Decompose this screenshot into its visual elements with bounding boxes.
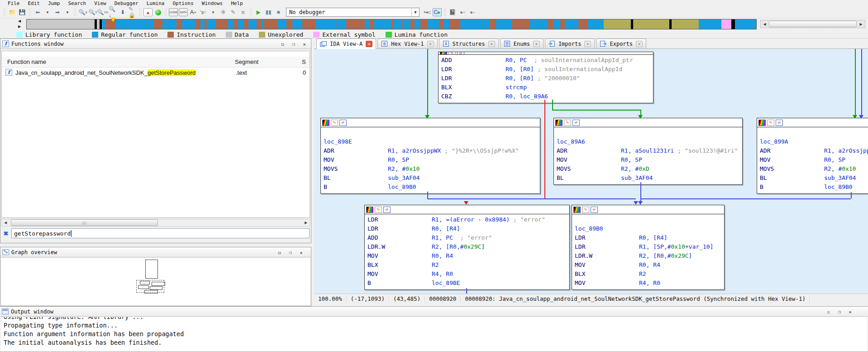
debugger-stop-icon[interactable]: ■ xyxy=(274,8,283,16)
node-edit-icon[interactable]: ✎ xyxy=(375,207,382,213)
search-text-icon[interactable]: 🔍T xyxy=(88,8,97,16)
forward-dropdown-icon[interactable]: ▼ xyxy=(63,8,72,16)
restore-window-icon[interactable]: ◻ xyxy=(276,249,283,256)
node-graph-icon[interactable]: ⇄ xyxy=(339,120,347,126)
menu-view[interactable]: View xyxy=(90,0,110,7)
tab-hex-view-1[interactable]: 0Hex View-1✕ xyxy=(377,39,437,48)
combo-dropdown-icon[interactable]: ▼ xyxy=(411,8,419,16)
navigation-band[interactable] xyxy=(26,19,757,29)
function-row[interactable]: f Java_cn_soulapp_android_net_SoulNetwor… xyxy=(2,68,310,77)
debugger-start-icon[interactable]: ▶ xyxy=(254,8,263,16)
toolbar-grip[interactable] xyxy=(29,8,31,16)
tab-close-icon[interactable]: ✕ xyxy=(533,41,540,47)
float-window-icon[interactable]: ❐ xyxy=(290,40,297,48)
scroll-left-icon[interactable]: ◀ xyxy=(2,219,9,226)
save-icon[interactable]: 💾 xyxy=(18,8,27,16)
string-dropdown-icon[interactable]: ▼ xyxy=(209,8,218,16)
signature-lock-icon[interactable]: ✎🔒 xyxy=(128,8,137,16)
node-edit-icon[interactable]: ✎ xyxy=(582,207,589,213)
tab-imports[interactable]: Imports✕ xyxy=(545,39,595,48)
navband-up-icon[interactable]: ◀ xyxy=(16,19,23,24)
tab-close-icon[interactable]: ✕ xyxy=(584,41,591,47)
output-window-titlebar[interactable]: Output window ▫ ❐ ✕ xyxy=(0,307,868,317)
open-file-icon[interactable]: 📁 xyxy=(8,8,17,16)
node-edit-icon[interactable]: ✎ xyxy=(331,120,338,126)
graph-node-loc_89A6[interactable]: ✎⇄ loc_89A6ADRR1, aSoul1231ri ; "soul123… xyxy=(553,118,743,185)
quick-run-c-icon[interactable]: C▶ xyxy=(433,8,442,16)
step-into-c-icon[interactable]: ↪C xyxy=(423,8,432,16)
patch-icon[interactable]: ❋ xyxy=(219,8,228,16)
output-log[interactable]: Using FLIRT signature: ARM library ...Pr… xyxy=(1,317,867,352)
node-titlebar[interactable]: ✎⇄ xyxy=(321,118,540,127)
float-window-icon[interactable]: ❐ xyxy=(286,249,294,256)
toolbar-grip[interactable] xyxy=(3,8,6,16)
navigate-back-icon[interactable]: ⬅ xyxy=(33,8,42,16)
restore-window-icon[interactable]: ◻ xyxy=(279,40,286,48)
make-code-icon[interactable]: CODE xyxy=(169,8,178,16)
menu-search[interactable]: Search xyxy=(64,0,91,7)
menu-edit[interactable]: Edit xyxy=(24,0,44,7)
toolbar-grip[interactable] xyxy=(74,8,76,16)
tab-exports[interactable]: Exports✕ xyxy=(596,39,646,48)
toolbar-grip[interactable] xyxy=(139,8,142,16)
make-string-icon[interactable]: 's+ xyxy=(199,8,208,16)
tab-enums[interactable]: Enums✕ xyxy=(500,39,544,48)
tab-close-icon[interactable]: ✕ xyxy=(636,41,643,47)
graph-overview-titlebar[interactable]: Graph overview ◻ ❐ ✕ xyxy=(0,247,311,257)
node-color-icon[interactable] xyxy=(758,120,766,126)
column-start[interactable]: S xyxy=(302,58,306,65)
node-titlebar[interactable]: ✎⇄ xyxy=(554,118,742,127)
node-color-icon[interactable] xyxy=(366,207,373,213)
graph-node-loc_899A[interactable]: ✎⇄ loc_899AADRR1, a2rOssjppWXMOVR0, SPMO… xyxy=(757,118,868,194)
menu-windows[interactable]: Windows xyxy=(198,0,227,7)
graph-node-loc_89B0[interactable]: ✎⇄ loc_89B0LDRR0, [R4]LDRR1, [SP,#0x10+v… xyxy=(572,205,725,290)
graph-node-top[interactable]: ✎⇄ADDR0, PC ; soulInternationalAppId_ptr… xyxy=(438,52,653,103)
back-dropdown-icon[interactable]: ▼ xyxy=(43,8,52,16)
navband-down-icon[interactable]: ▶ xyxy=(16,24,23,29)
close-window-icon[interactable]: ✕ xyxy=(300,40,308,48)
menu-help[interactable]: Help xyxy=(227,0,247,7)
jump-down-icon[interactable]: ⬇ xyxy=(118,8,127,16)
functions-window-titlebar[interactable]: f Functions window ◻ ❐ ✕ xyxy=(0,39,311,49)
close-window-icon[interactable]: ✕ xyxy=(297,249,305,256)
node-titlebar[interactable]: ✎⇄ xyxy=(757,118,868,127)
clear-filter-icon[interactable]: ✖ xyxy=(0,230,11,237)
functions-list-header[interactable]: Function name Segment S xyxy=(2,57,310,68)
function-filter-input[interactable]: getStorepassword xyxy=(11,228,310,238)
make-name-icon[interactable]: A+ xyxy=(189,8,198,16)
column-segment[interactable]: Segment xyxy=(235,58,258,65)
node-graph-icon[interactable]: ⇄ xyxy=(572,120,580,126)
make-data-icon[interactable]: DATA xyxy=(179,8,188,16)
disassembly-graph-canvas[interactable]: ✎⇄ADDR0, PC ; soulInternationalAppId_ptr… xyxy=(314,49,868,294)
graph-node-err[interactable]: ✎⇄LDRR1, =(aError - 0x8984) ; "error"LDR… xyxy=(364,205,570,290)
node-graph-icon[interactable]: ⇄ xyxy=(383,207,391,213)
node-color-icon[interactable] xyxy=(573,207,581,213)
navigate-forward-icon[interactable]: ➡ xyxy=(53,8,62,16)
scroll-right-icon[interactable]: ▶ xyxy=(302,219,310,226)
node-titlebar[interactable]: ✎⇄ xyxy=(572,205,724,214)
scrollbar-thumb[interactable] xyxy=(769,21,857,27)
undefine-icon[interactable]: ✕ xyxy=(238,8,248,16)
navband-scrollbar[interactable]: ◀ ▶ xyxy=(760,20,865,28)
add-breakpoint-icon[interactable]: ●+ xyxy=(458,8,467,16)
toolbar-grip[interactable] xyxy=(249,8,252,16)
menu-lumina[interactable]: Lumina xyxy=(143,0,169,7)
graph-node-loc_898E[interactable]: ✎⇄ loc_898EADRR1, a2rOssjppWX ; "}%2R+\\… xyxy=(320,118,540,194)
tab-close-icon[interactable]: ✕ xyxy=(427,41,434,47)
close-window-icon[interactable]: ✕ xyxy=(846,308,854,315)
scrollbar-thumb[interactable]: ||| xyxy=(11,219,158,226)
search-next-icon[interactable]: 🔍↓ xyxy=(108,8,117,16)
search-sequence-icon[interactable]: 🔍101 xyxy=(98,8,107,16)
toolbar-grip[interactable] xyxy=(444,8,446,16)
graph-overview-canvas[interactable] xyxy=(1,258,310,305)
overview-viewport-rect[interactable] xyxy=(136,280,164,293)
node-graph-icon[interactable]: ⇄ xyxy=(776,120,783,126)
delete-breakpoint-icon[interactable]: ●× xyxy=(468,8,477,16)
functions-hscrollbar[interactable]: ◀ ||| ▶ xyxy=(1,219,310,227)
tab-structures[interactable]: AStructures✕ xyxy=(439,39,499,48)
node-graph-icon[interactable]: ⇄ xyxy=(591,207,598,213)
node-color-icon[interactable] xyxy=(555,120,563,126)
problems-icon[interactable]: ▲ xyxy=(143,8,153,16)
menu-options[interactable]: Options xyxy=(168,0,197,7)
menu-file[interactable]: File xyxy=(4,0,24,7)
